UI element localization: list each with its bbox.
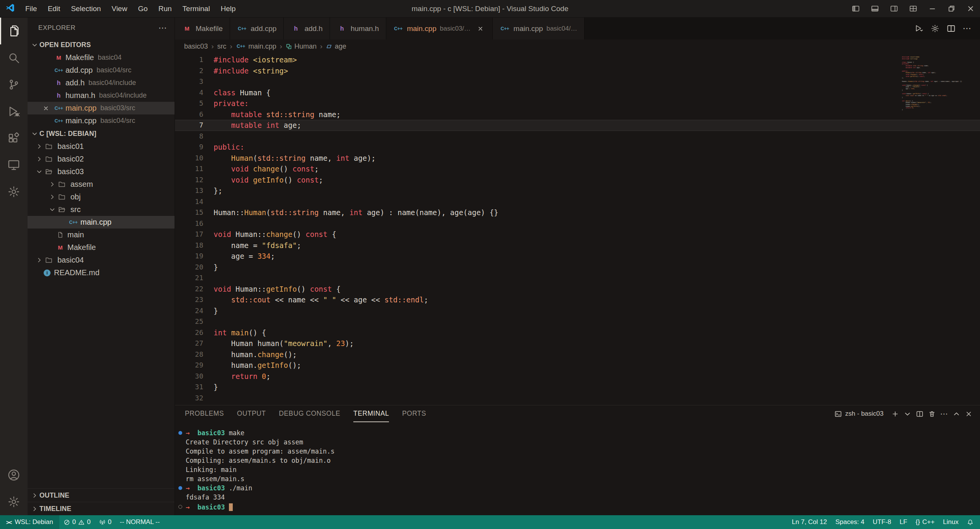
close-button[interactable]	[961, 0, 980, 17]
tree-item-src[interactable]: src	[28, 203, 175, 216]
code-line-17[interactable]: 17void Human::change() const {	[175, 229, 980, 240]
indentation-status[interactable]: Spaces: 4	[831, 515, 869, 529]
terminal-instance-label[interactable]: zsh - basic03	[835, 410, 884, 418]
terminal-line[interactable]: → basic03 make	[175, 428, 980, 438]
code-line-23[interactable]: 23 std::cout << name << " " << age << st…	[175, 294, 980, 305]
menu-edit[interactable]: Edit	[42, 0, 66, 18]
extensions-icon[interactable]	[0, 125, 28, 152]
terminal-line[interactable]: → basic03	[175, 502, 980, 512]
code-line-5[interactable]: 5private:	[175, 98, 980, 109]
new-terminal-icon[interactable]	[889, 408, 901, 420]
eol-status[interactable]: LF	[895, 515, 911, 529]
code-line-22[interactable]: 22void Human::getInfo() const {	[175, 284, 980, 295]
code-line-24[interactable]: 24}	[175, 305, 980, 317]
code-line-14[interactable]: 14	[175, 196, 980, 207]
code-line-1[interactable]: 1#include <iostream>	[175, 54, 980, 65]
code-line-19[interactable]: 19 age = 334;	[175, 251, 980, 262]
menu-run[interactable]: Run	[153, 0, 177, 18]
breadcrumb-src[interactable]: src	[217, 42, 226, 51]
open-editor-main-cpp[interactable]: C++main.cppbasic04/src	[28, 114, 175, 127]
open-editor-human-h[interactable]: hhuman.hbasic04/include	[28, 89, 175, 102]
breadcrumb-main-cpp[interactable]: C++main.cpp	[236, 42, 276, 51]
split-terminal-icon[interactable]	[913, 408, 926, 420]
terminal-line[interactable]: Create Directory src obj assem	[175, 438, 980, 447]
panel-tab-terminal[interactable]: TERMINAL	[353, 405, 389, 422]
command-decoration-icon[interactable]	[178, 431, 182, 435]
code-line-4[interactable]: 4class Human {	[175, 87, 980, 98]
code-line-28[interactable]: 28 human.change();	[175, 349, 980, 360]
settings-gear-icon[interactable]	[0, 488, 28, 515]
tab-add-cpp[interactable]: C++add.cpp	[230, 18, 284, 39]
cursor-position-status[interactable]: Ln 7, Col 12	[788, 515, 831, 529]
tree-item-basic03[interactable]: basic03	[28, 165, 175, 178]
more-actions-icon[interactable]: ⋯	[960, 22, 974, 36]
tree-item-basic02[interactable]: basic02	[28, 153, 175, 165]
tab-human-h[interactable]: hhuman.h	[330, 18, 386, 39]
open-editor-makefile[interactable]: MMakefilebasic04	[28, 51, 175, 64]
terminal-line[interactable]: fdsafa 334	[175, 493, 980, 502]
panel-tab-ports[interactable]: PORTS	[402, 405, 426, 422]
open-editor-add-cpp[interactable]: C++add.cppbasic04/src	[28, 64, 175, 77]
terminal-profile-dropdown-icon[interactable]	[901, 408, 913, 420]
code-line-2[interactable]: 2#include <string>	[175, 65, 980, 77]
code-line-25[interactable]: 25	[175, 316, 980, 327]
menu-file[interactable]: File	[20, 0, 42, 18]
close-icon[interactable]	[475, 24, 485, 34]
terminal-line[interactable]: Compiling: assem/main.s to obj/main.o	[175, 456, 980, 465]
menu-help[interactable]: Help	[215, 0, 241, 18]
toggle-panel-icon[interactable]	[865, 0, 884, 17]
code-line-30[interactable]: 30 return 0;	[175, 371, 980, 382]
run-cpp-file-button[interactable]	[912, 22, 926, 36]
explorer-icon[interactable]	[0, 18, 28, 44]
restore-button[interactable]	[942, 0, 961, 17]
terminal[interactable]: → basic03 makeCreate Directory src obj a…	[175, 422, 980, 515]
toggle-primary-sidebar-icon[interactable]	[846, 0, 865, 17]
run-debug-icon[interactable]	[0, 98, 28, 125]
kill-terminal-icon[interactable]	[926, 408, 938, 420]
code-line-29[interactable]: 29 human.getInfo();	[175, 360, 980, 371]
tab-main-cpp[interactable]: C++main.cppbasic03/…	[386, 18, 493, 39]
notifications-bell[interactable]	[963, 515, 978, 529]
accounts-icon[interactable]	[0, 462, 28, 488]
remote-indicator[interactable]: >< WSL: Debian	[0, 515, 59, 529]
code-line-15[interactable]: 15Human::Human(std::string name, int age…	[175, 207, 980, 218]
close-panel-icon[interactable]	[962, 408, 975, 420]
tree-item-basic01[interactable]: basic01	[28, 140, 175, 153]
source-control-icon[interactable]	[0, 71, 28, 98]
minimize-button[interactable]	[923, 0, 942, 17]
code-line-20[interactable]: 20}	[175, 262, 980, 273]
ports-status[interactable]: 0	[95, 515, 116, 529]
workspace-root-header[interactable]: C [WSL: DEBIAN]	[28, 127, 175, 140]
code-line-31[interactable]: 31}	[175, 382, 980, 393]
code-line-7[interactable]: 7 mutable int age;	[175, 120, 980, 131]
encoding-status[interactable]: UTF-8	[869, 515, 895, 529]
code-line-11[interactable]: 11 void change() const;	[175, 163, 980, 175]
code-line-12[interactable]: 12 void getInfo() const;	[175, 175, 980, 186]
code-line-16[interactable]: 16	[175, 218, 980, 229]
panel-tab-problems[interactable]: PROBLEMS	[185, 405, 224, 422]
tab-makefile[interactable]: MMakefile	[175, 18, 230, 39]
code-line-21[interactable]: 21	[175, 273, 980, 284]
code-line-10[interactable]: 10 Human(std::string name, int age);	[175, 153, 980, 164]
split-editor-icon[interactable]	[944, 22, 958, 36]
customize-layout-icon[interactable]	[903, 0, 923, 17]
command-decoration-icon[interactable]	[178, 486, 182, 490]
terminal-line[interactable]: rm assem/main.s	[175, 474, 980, 483]
open-editor-add-h[interactable]: hadd.hbasic04/include	[28, 77, 175, 89]
open-editor-main-cpp[interactable]: C++main.cppbasic03/src	[28, 102, 175, 114]
tab-main-cpp[interactable]: C++main.cppbasic04/…	[493, 18, 584, 39]
panel-more-actions-icon[interactable]: ⋯	[938, 408, 950, 420]
timeline-section-header[interactable]: TIMELINE	[28, 502, 175, 515]
tree-item-readme-md[interactable]: iREADME.md	[28, 266, 175, 279]
os-status[interactable]: Linux	[939, 515, 963, 529]
breadcrumb-basic03[interactable]: basic03	[184, 42, 208, 51]
tree-item-main[interactable]: main	[28, 229, 175, 241]
code-line-6[interactable]: 6 mutable std::string name;	[175, 109, 980, 120]
open-editors-header[interactable]: OPEN EDITORS	[28, 38, 175, 51]
close-icon[interactable]	[43, 104, 54, 113]
code-line-32[interactable]: 32	[175, 393, 980, 404]
editor[interactable]: 1#include <iostream>2#include <string>34…	[175, 53, 980, 405]
panel-tab-debug-console[interactable]: DEBUG CONSOLE	[279, 405, 340, 422]
vim-mode-status[interactable]: -- NORMAL --	[116, 515, 164, 529]
toggle-secondary-sidebar-icon[interactable]	[884, 0, 903, 17]
